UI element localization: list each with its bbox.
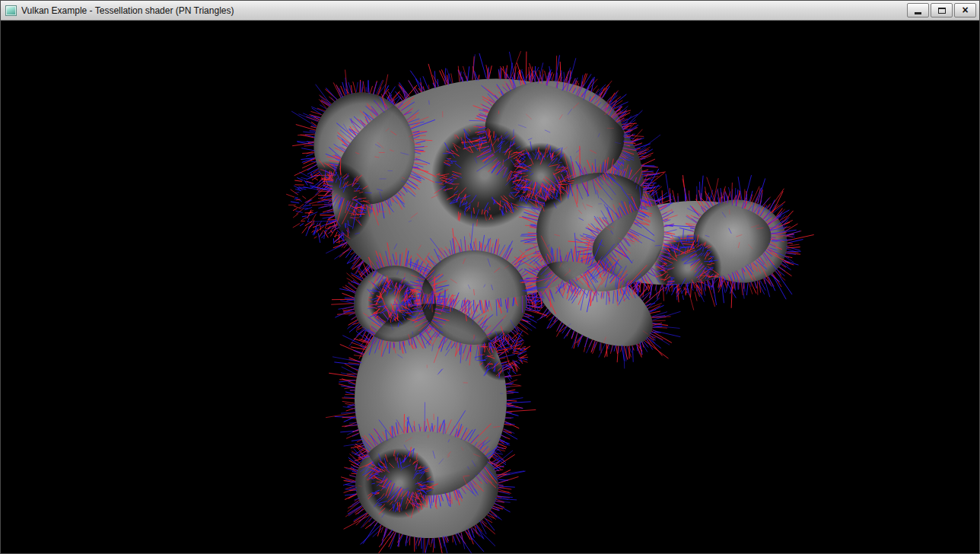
app-window: Vulkan Example - Tessellation shader (PN… xyxy=(0,0,980,554)
vulkan-render-canvas[interactable] xyxy=(1,21,979,553)
render-viewport xyxy=(1,21,979,553)
close-icon: × xyxy=(962,5,968,15)
title-bar[interactable]: Vulkan Example - Tessellation shader (PN… xyxy=(1,1,979,21)
minimize-button[interactable] xyxy=(907,3,929,18)
maximize-button[interactable] xyxy=(931,3,953,18)
maximize-icon xyxy=(938,8,946,14)
window-title: Vulkan Example - Tessellation shader (PN… xyxy=(21,1,901,21)
minimize-icon xyxy=(915,12,921,14)
app-icon xyxy=(5,5,17,16)
close-button[interactable]: × xyxy=(954,3,976,18)
window-controls: × xyxy=(907,3,976,18)
